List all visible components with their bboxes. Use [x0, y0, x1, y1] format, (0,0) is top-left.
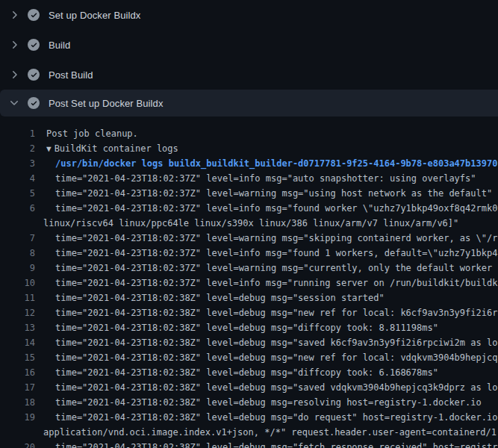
line-number[interactable]: 13: [0, 320, 35, 335]
log-line: 12 time="2021-04-23T18:02:38Z" level=deb…: [0, 305, 498, 320]
chevron-right-icon: [8, 69, 20, 81]
log-text: time="2021-04-23T18:02:38Z" level=debug …: [35, 305, 498, 320]
step-label: Set up Docker Buildx: [49, 10, 140, 21]
line-number[interactable]: 17: [0, 380, 35, 395]
log-text: time="2021-04-23T18:02:38Z" level=debug …: [35, 290, 498, 305]
log-text: time="2021-04-23T18:02:37Z" level=warnin…: [35, 261, 498, 276]
step-row-set-up-docker-buildx[interactable]: Set up Docker Buildx: [0, 0, 498, 30]
log-text: time="2021-04-23T18:02:37Z" level=warnin…: [35, 231, 498, 246]
check-circle-icon: [28, 97, 40, 109]
log-text: time="2021-04-23T18:02:38Z" level=debug …: [35, 380, 498, 395]
step-row-build[interactable]: Build: [0, 30, 498, 60]
line-number[interactable]: 12: [0, 305, 35, 320]
check-circle-icon: [28, 39, 40, 51]
log-text: application/vnd.oci.image.index.v1+json,…: [35, 425, 498, 440]
log-line: 16 time="2021-04-23T18:02:38Z" level=deb…: [0, 365, 498, 380]
line-number[interactable]: 9: [0, 261, 35, 276]
log-group-title: BuildKit container logs: [55, 143, 178, 154]
steps-list: Set up Docker Buildx Build Post Build: [0, 0, 498, 116]
log-text: time="2021-04-23T18:02:37Z" level=info m…: [35, 276, 498, 290]
line-number[interactable]: 19: [0, 410, 35, 425]
line-number[interactable]: 20: [0, 440, 35, 448]
log-area: 1 Post job cleanup. 2 ▼BuildKit containe…: [0, 116, 498, 448]
log-text: time="2021-04-23T18:02:37Z" level=info m…: [35, 246, 498, 261]
line-number[interactable]: 7: [0, 231, 35, 246]
log-text: time="2021-04-23T18:02:37Z" level=info m…: [35, 171, 498, 186]
line-number[interactable]: 6: [0, 201, 35, 216]
log-line: 3 /usr/bin/docker logs buildx_buildkit_b…: [0, 156, 498, 171]
log-text: Post job cleanup.: [35, 126, 498, 141]
log-line: 17 time="2021-04-23T18:02:38Z" level=deb…: [0, 380, 498, 395]
log-text: time="2021-04-23T18:02:38Z" level=debug …: [35, 395, 498, 410]
log-line: 20 time="2021-04-23T18:02:38Z" level=deb…: [0, 440, 498, 448]
chevron-right-icon: [8, 39, 20, 51]
log-text: time="2021-04-23T18:02:38Z" level=debug …: [35, 350, 498, 365]
group-toggle-icon[interactable]: ▼: [46, 142, 52, 156]
log-line: 2 ▼BuildKit container logs: [0, 141, 498, 156]
log-line: application/vnd.oci.image.index.v1+json,…: [0, 425, 498, 440]
step-row-post-build[interactable]: Post Build: [0, 60, 498, 90]
line-number[interactable]: 1: [0, 126, 35, 141]
check-circle-icon: [28, 9, 40, 21]
log-text: time="2021-04-23T18:02:37Z" level=warnin…: [35, 186, 498, 201]
step-label: Post Build: [49, 69, 93, 81]
log-line: linux/riscv64 linux/ppc64le linux/s390x …: [0, 216, 498, 231]
line-number: [0, 216, 35, 231]
step-label: Post Set up Docker Buildx: [49, 98, 164, 109]
chevron-down-icon: [8, 97, 20, 109]
line-number[interactable]: 8: [0, 246, 35, 261]
log-text: time="2021-04-23T18:02:38Z" level=debug …: [35, 365, 498, 380]
log-text: time="2021-04-23T18:02:38Z" level=debug …: [35, 320, 498, 335]
log-line: 8 time="2021-04-23T18:02:37Z" level=info…: [0, 246, 498, 261]
log-text: linux/riscv64 linux/ppc64le linux/s390x …: [35, 216, 498, 231]
log-line: 15 time="2021-04-23T18:02:38Z" level=deb…: [0, 350, 498, 365]
line-number[interactable]: 10: [0, 276, 35, 290]
step-row-post-set-up-docker-buildx[interactable]: Post Set up Docker Buildx: [0, 90, 498, 116]
line-number[interactable]: 3: [0, 156, 35, 171]
chevron-right-icon: [8, 9, 20, 21]
log-line: 18 time="2021-04-23T18:02:38Z" level=deb…: [0, 395, 498, 410]
log-line: 4 time="2021-04-23T18:02:37Z" level=info…: [0, 171, 498, 186]
line-number[interactable]: 18: [0, 395, 35, 410]
log-line: 19 time="2021-04-23T18:02:38Z" level=deb…: [0, 410, 498, 425]
line-number[interactable]: 16: [0, 365, 35, 380]
line-number[interactable]: 5: [0, 186, 35, 201]
log-line: 9 time="2021-04-23T18:02:37Z" level=warn…: [0, 261, 498, 276]
log-line: 13 time="2021-04-23T18:02:38Z" level=deb…: [0, 320, 498, 335]
line-number[interactable]: 2: [0, 141, 35, 156]
line-number[interactable]: 4: [0, 171, 35, 186]
log-line: 11 time="2021-04-23T18:02:38Z" level=deb…: [0, 290, 498, 305]
line-number: [0, 425, 35, 440]
step-label: Build: [49, 40, 70, 51]
line-number[interactable]: 14: [0, 335, 35, 350]
log-command-text: /usr/bin/docker logs buildx_buildkit_bui…: [35, 156, 498, 171]
log-text: time="2021-04-23T18:02:37Z" level=info m…: [35, 201, 498, 216]
log-text: time="2021-04-23T18:02:38Z" level=debug …: [35, 335, 498, 350]
line-number[interactable]: 11: [0, 290, 35, 305]
log-line: 6 time="2021-04-23T18:02:37Z" level=info…: [0, 201, 498, 216]
log-line: 10 time="2021-04-23T18:02:37Z" level=inf…: [0, 276, 498, 290]
log-text: ▼BuildKit container logs: [35, 141, 498, 156]
log-line: 1 Post job cleanup.: [0, 126, 498, 141]
log-line: 7 time="2021-04-23T18:02:37Z" level=warn…: [0, 231, 498, 246]
log-line: 5 time="2021-04-23T18:02:37Z" level=warn…: [0, 186, 498, 201]
log-text: time="2021-04-23T18:02:38Z" level=debug …: [35, 440, 498, 448]
line-number[interactable]: 15: [0, 350, 35, 365]
check-circle-icon: [28, 69, 40, 81]
log-line: 14 time="2021-04-23T18:02:38Z" level=deb…: [0, 335, 498, 350]
log-text: time="2021-04-23T18:02:38Z" level=debug …: [35, 410, 498, 425]
workflow-log-viewer: Set up Docker Buildx Build Post Build: [0, 0, 498, 448]
